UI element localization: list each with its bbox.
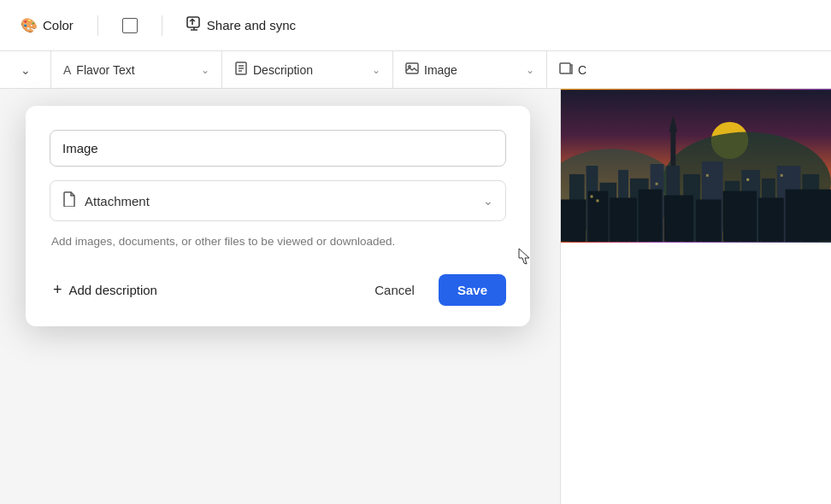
toolbar: 🎨 Color Share and sync <box>0 0 831 51</box>
svg-rect-40 <box>706 174 709 177</box>
right-panel: 5/20 <box>560 89 831 504</box>
attachment-icon <box>62 191 76 210</box>
svg-rect-35 <box>758 198 784 242</box>
svg-rect-28 <box>561 200 586 242</box>
frame-icon <box>122 18 138 33</box>
col-header-description[interactable]: Description ⌄ <box>222 51 393 88</box>
svg-rect-5 <box>406 63 418 73</box>
helper-text: Add images, documents, or other files to… <box>50 233 506 250</box>
svg-rect-31 <box>639 190 663 242</box>
col-header-flavor-text[interactable]: A Flavor Text ⌄ <box>51 51 222 88</box>
svg-rect-0 <box>187 17 199 27</box>
attachment-dropdown[interactable]: Attachment ⌄ <box>50 180 506 221</box>
svg-rect-32 <box>663 196 693 242</box>
image-title-input[interactable] <box>50 130 506 167</box>
svg-rect-7 <box>560 63 570 73</box>
cancel-button[interactable]: Cancel <box>359 274 430 306</box>
color-icon: 🎨 <box>21 17 38 33</box>
description-chevron-icon: ⌄ <box>372 64 380 76</box>
toolbar-divider-1 <box>97 15 98 36</box>
modal-footer: + Add description Cancel Save <box>50 274 506 306</box>
plus-icon: + <box>53 281 62 299</box>
col-label-extra: C <box>578 63 586 77</box>
save-button[interactable]: Save <box>439 274 506 306</box>
city-image <box>561 89 831 243</box>
attachment-label: Attachment <box>85 194 474 208</box>
main-content: Attachment ⌄ Add images, documents, or o… <box>0 89 831 504</box>
svg-rect-37 <box>591 196 593 198</box>
color-tool[interactable]: 🎨 Color <box>14 12 80 38</box>
text-icon: A <box>63 63 71 77</box>
share-sync-tool[interactable]: Share and sync <box>180 11 303 39</box>
svg-rect-34 <box>723 191 757 242</box>
color-label: Color <box>43 18 74 32</box>
svg-rect-33 <box>696 200 722 242</box>
add-description-label: Add description <box>69 283 157 297</box>
svg-rect-38 <box>596 200 598 202</box>
share-sync-icon <box>186 16 202 34</box>
footer-actions: Cancel Save <box>359 274 506 306</box>
toolbar-divider-2 <box>162 15 162 36</box>
extra-col-icon <box>559 62 573 78</box>
image-col-icon <box>405 62 419 78</box>
column-headers-row: ⌄ A Flavor Text ⌄ Description ⌄ Image ⌄ <box>0 51 831 89</box>
col-label-image: Image <box>424 63 457 77</box>
add-description-button[interactable]: + Add description <box>50 276 161 304</box>
share-sync-label: Share and sync <box>207 18 296 32</box>
svg-rect-36 <box>786 190 831 242</box>
attachment-chevron-icon: ⌄ <box>483 194 493 208</box>
left-panel: Attachment ⌄ Add images, documents, or o… <box>0 89 560 504</box>
svg-rect-29 <box>588 191 609 242</box>
svg-rect-39 <box>656 183 658 185</box>
frame-tool[interactable] <box>115 13 144 38</box>
svg-rect-42 <box>781 174 783 177</box>
description-icon <box>234 62 248 78</box>
image-chevron-icon: ⌄ <box>526 64 534 76</box>
col-label-description: Description <box>253 63 313 77</box>
flavor-text-chevron-icon: ⌄ <box>201 64 209 76</box>
col-header-extra[interactable]: C <box>547 51 598 88</box>
chevron-down-icon: ⌄ <box>21 63 31 77</box>
col-header-image[interactable]: Image ⌄ <box>393 51 547 88</box>
svg-rect-30 <box>610 198 637 242</box>
svg-rect-41 <box>746 179 749 181</box>
col-header-chevron[interactable]: ⌄ <box>0 51 51 88</box>
col-label-flavor-text: Flavor Text <box>76 63 134 77</box>
image-field-modal: Attachment ⌄ Add images, documents, or o… <box>26 106 530 326</box>
